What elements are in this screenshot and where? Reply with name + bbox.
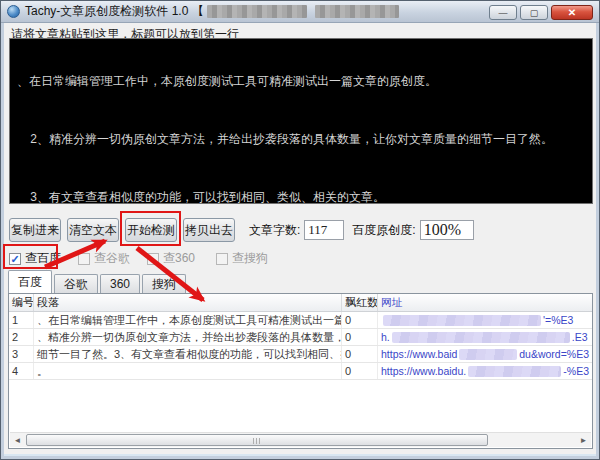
url-text: -%E3 xyxy=(563,365,589,377)
search-engine-checkboxes: ✓ 查百度 查谷歌 查360 查搜狗 xyxy=(9,250,268,267)
row-id: 4 xyxy=(9,363,34,379)
row-paragraph: 、精准分辨一切伪原创文章方法，并给出抄袭段落的具体数量，让你对文章质量的 xyxy=(34,329,342,345)
scroll-left-icon[interactable]: ◄ xyxy=(10,433,25,448)
close-button[interactable]: ✕ xyxy=(551,5,593,20)
url-text: https://www.baidu. xyxy=(381,365,466,377)
url-redaction-block xyxy=(392,332,570,343)
checkbox-360-label: 查360 xyxy=(163,250,195,267)
checkbox-sogou: 查搜狗 xyxy=(216,250,268,267)
clear-text-button[interactable]: 清空文本 xyxy=(67,218,119,242)
checkbox-checked-icon: ✓ xyxy=(9,253,21,265)
result-tabs: 百度 谷歌 360 搜狗 xyxy=(8,270,188,293)
row-red-count: 0 xyxy=(342,346,378,362)
table-row[interactable]: 4 。 0 https://www.baidu.-%E3 xyxy=(9,363,592,380)
url-text: https://www.baid xyxy=(381,348,457,360)
column-header-paragraph[interactable]: 段落 xyxy=(34,294,342,311)
maximize-icon: ▢ xyxy=(530,8,539,18)
start-detect-button[interactable]: 开始检测 xyxy=(125,218,177,242)
table-row[interactable]: 2 、精准分辨一切伪原创文章方法，并给出抄袭段落的具体数量，让你对文章质量的 0… xyxy=(9,329,592,346)
row-red-count: 0 xyxy=(342,312,378,328)
checkbox-sogou-label: 查搜狗 xyxy=(232,250,268,267)
title-redaction-block xyxy=(315,5,399,18)
column-header-redcount[interactable]: 飘红数 xyxy=(342,294,378,311)
originality-label: 百度原创度: xyxy=(352,222,415,239)
url-text: h. xyxy=(381,331,390,343)
article-textarea[interactable]: 、在日常编辑管理工作中，本原创度测试工具可精准测试出一篇文章的原创度。 2、精准… xyxy=(9,38,593,204)
table-header-row: 编号 段落 飘红数 网址 xyxy=(9,294,592,312)
checkbox-unchecked-icon xyxy=(147,253,159,265)
table-row[interactable]: 3 细节一目了然。3、有文章查看相似度的功能，可以找到相同、类似、相关的文章 0… xyxy=(9,346,592,363)
close-icon: ✕ xyxy=(568,7,576,18)
url-text: du&word=%E3 xyxy=(519,348,589,360)
minimize-button[interactable]: — xyxy=(489,5,517,20)
originality-input[interactable] xyxy=(420,220,474,240)
word-count-label: 文章字数: xyxy=(249,222,300,239)
row-red-count: 0 xyxy=(342,329,378,345)
checkbox-baidu-label: 查百度 xyxy=(25,250,61,267)
row-id: 2 xyxy=(9,329,34,345)
checkbox-google-label: 查谷歌 xyxy=(94,250,130,267)
checkbox-unchecked-icon xyxy=(216,253,228,265)
app-window: Tachy-文章原创度检测软件 1.0 【 — ▢ ✕ 请将文章粘贴到这里，标题… xyxy=(0,0,600,460)
word-count-input[interactable] xyxy=(304,220,344,240)
checkbox-360: 查360 xyxy=(147,250,195,267)
row-url: h..E3 xyxy=(378,329,592,345)
tab-360[interactable]: 360 xyxy=(100,274,140,293)
column-header-id[interactable]: 编号 xyxy=(9,294,34,311)
results-table: 编号 段落 飘红数 网址 1 、在日常编辑管理工作中，本原创度测试工具可精准测试… xyxy=(8,293,593,449)
column-header-url[interactable]: 网址 xyxy=(378,294,592,311)
checkbox-unchecked-icon xyxy=(78,253,90,265)
scroll-right-icon[interactable]: ► xyxy=(576,433,591,448)
row-url: https://www.baiddu&word=%E3 xyxy=(378,346,592,362)
row-url: '=%E3 xyxy=(378,312,592,328)
row-red-count: 0 xyxy=(342,363,378,379)
horizontal-scrollbar[interactable]: ◄ ► xyxy=(10,432,591,447)
tab-google[interactable]: 谷歌 xyxy=(54,274,98,293)
window-controls: — ▢ ✕ xyxy=(489,5,593,20)
row-id: 3 xyxy=(9,346,34,362)
window-title: Tachy-文章原创度检测软件 1.0 【 xyxy=(25,3,204,20)
url-text: '=%E3 xyxy=(543,314,573,326)
tab-baidu[interactable]: 百度 xyxy=(8,270,52,293)
maximize-button[interactable]: ▢ xyxy=(520,5,548,20)
table-row[interactable]: 1 、在日常编辑管理工作中，本原创度测试工具可精准测试出一篇文章的原创度。2 0… xyxy=(9,312,592,329)
url-redaction-block xyxy=(459,349,517,360)
url-redaction-block xyxy=(468,366,561,377)
title-redaction-block xyxy=(207,5,307,18)
article-line: 、在日常编辑管理工作中，本原创度测试工具可精准测试出一篇文章的原创度。 xyxy=(17,74,585,89)
tab-sogou[interactable]: 搜狗 xyxy=(142,274,186,293)
row-id: 1 xyxy=(9,312,34,328)
article-line: 2、精准分辨一切伪原创文章方法，并给出抄袭段落的具体数量，让你对文章质量的细节一… xyxy=(17,132,585,147)
row-paragraph: 。 xyxy=(34,363,342,379)
minimize-icon: — xyxy=(499,8,508,18)
title-bar: Tachy-文章原创度检测软件 1.0 【 — ▢ ✕ xyxy=(1,1,599,23)
row-paragraph: 、在日常编辑管理工作中，本原创度测试工具可精准测试出一篇文章的原创度。2 xyxy=(34,312,342,328)
scrollbar-thumb[interactable] xyxy=(26,434,488,446)
checkbox-google: 查谷歌 xyxy=(78,250,130,267)
url-redaction-block xyxy=(383,315,541,326)
row-paragraph: 细节一目了然。3、有文章查看相似度的功能，可以找到相同、类似、相关的文章 xyxy=(34,346,342,362)
url-text: .E3 xyxy=(572,331,588,343)
row-url: https://www.baidu.-%E3 xyxy=(378,363,592,379)
copy-out-button[interactable]: 拷贝出去 xyxy=(183,218,235,242)
checkbox-baidu[interactable]: ✓ 查百度 xyxy=(9,250,61,267)
app-icon xyxy=(7,5,20,18)
toolbar: 复制进来 清空文本 开始检测 拷贝出去 文章字数: 百度原创度: xyxy=(9,217,474,243)
article-line: 3、有文章查看相似度的功能，可以找到相同、类似、相关的文章。 xyxy=(17,190,585,204)
copy-in-button[interactable]: 复制进来 xyxy=(9,218,61,242)
